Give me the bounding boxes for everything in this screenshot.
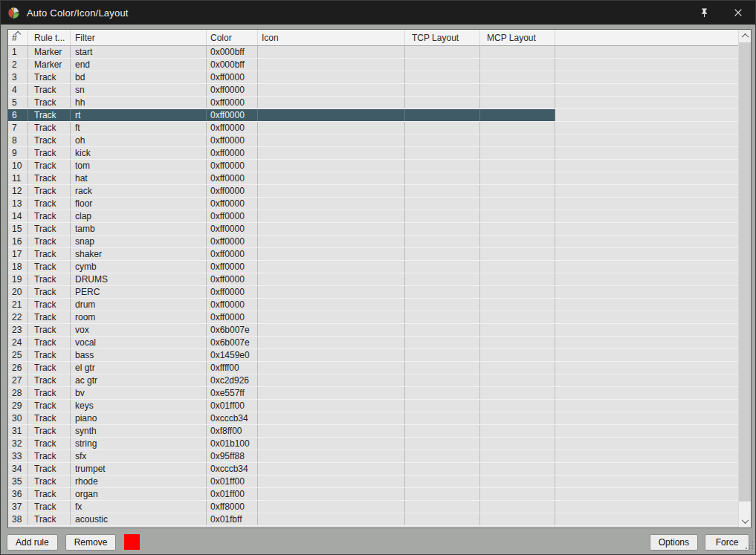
cell-num: 28 (8, 387, 28, 399)
cell-icon (258, 160, 405, 172)
table-row[interactable]: 37Trackfx0xff8000 (8, 501, 738, 513)
cell-num: 21 (8, 299, 28, 311)
cell-mcp (480, 299, 555, 311)
table-row[interactable]: 15Tracktamb0xff0000 (8, 223, 738, 236)
table-row[interactable]: 8Trackoh0xff0000 (8, 134, 738, 147)
table-row[interactable]: 26Trackel gtr0xffff00 (8, 362, 738, 374)
scrollbar-thumb[interactable] (739, 42, 751, 502)
table-row[interactable]: 14Trackclap0xff0000 (8, 210, 738, 223)
table-row[interactable]: 2Markerend0x000bff (8, 59, 738, 71)
column-header-mcp-layout[interactable]: MCP Layout (480, 30, 555, 45)
table-row[interactable]: 22Trackroom0xff0000 (8, 311, 738, 324)
table-row[interactable]: 10Tracktom0xff0000 (8, 160, 738, 172)
table-row[interactable]: 31Tracksynth0xf8ff00 (8, 425, 738, 438)
cell-type: Track (28, 185, 71, 197)
column-header-rule-type[interactable]: Rule t... (28, 30, 71, 45)
table-row[interactable]: 24Trackvocal0x6b007e (8, 337, 738, 349)
scrollbar-down-button[interactable] (739, 515, 751, 528)
cell-tcp (405, 513, 480, 525)
column-header-icon[interactable]: Icon (258, 30, 405, 45)
close-icon[interactable] (721, 1, 755, 25)
cell-icon (258, 349, 405, 361)
table-row[interactable]: 3Trackbd0xff0000 (8, 71, 738, 84)
cell-tcp (405, 236, 480, 247)
cell-color: 0xff8000 (207, 501, 258, 513)
cell-color: 0xf8ff00 (207, 425, 258, 437)
cell-tcp (405, 425, 480, 437)
cell-icon (258, 46, 405, 58)
table-row[interactable]: 20TrackPERC0xff0000 (8, 286, 738, 299)
table-row[interactable]: 38Trackacoustic0x01fbff (8, 513, 738, 526)
cell-tcp (405, 476, 480, 487)
cell-tcp (405, 147, 480, 159)
cell-icon (258, 311, 405, 323)
cell-mcp (480, 286, 555, 298)
cell-filter: clap (71, 210, 207, 222)
cell-mcp (480, 463, 555, 475)
pin-icon[interactable] (687, 1, 721, 25)
cell-tcp (405, 463, 480, 475)
cell-icon (258, 109, 405, 121)
table-row[interactable]: 18Trackcymb0xff0000 (8, 261, 738, 273)
column-header-tcp-layout[interactable]: TCP Layout (405, 30, 480, 45)
cell-type: Track (28, 210, 71, 222)
table-row[interactable]: 21Trackdrum0xff0000 (8, 299, 738, 311)
vertical-scrollbar[interactable] (738, 30, 751, 528)
table-row[interactable]: 29Trackkeys0x01ff00 (8, 400, 738, 412)
cell-mcp (480, 236, 555, 247)
cell-filter: bv (71, 387, 207, 399)
cell-icon (258, 324, 405, 336)
table-row[interactable]: 27Trackac gtr0xc2d926 (8, 374, 738, 387)
table-row[interactable]: 12Trackrack0xff0000 (8, 185, 738, 198)
table-row[interactable]: 5Trackhh0xff0000 (8, 97, 738, 109)
cell-type: Track (28, 463, 71, 475)
table-row[interactable]: 17Trackshaker0xff0000 (8, 248, 738, 261)
cell-type: Track (28, 160, 71, 172)
column-header-color[interactable]: Color (207, 30, 258, 45)
table-row[interactable]: 36Trackorgan0x01ff00 (8, 488, 738, 501)
cell-filler (555, 501, 738, 513)
table-row[interactable]: 16Tracksnap0xff0000 (8, 236, 738, 248)
cell-color: 0x01fbff (207, 513, 258, 525)
options-button[interactable]: Options (650, 534, 698, 551)
rule-color-swatch[interactable] (124, 534, 140, 550)
table-row[interactable]: 33Tracksfx0x95ff88 (8, 450, 738, 463)
table-row[interactable]: 30Trackpiano0xcccb34 (8, 412, 738, 425)
table-row[interactable]: 4Tracksn0xff0000 (8, 84, 738, 97)
scrollbar-track[interactable] (739, 502, 751, 515)
table-row[interactable]: 19TrackDRUMS0xff0000 (8, 273, 738, 286)
cell-filler (555, 122, 738, 134)
table-row[interactable]: 34Tracktrumpet0xcccb34 (8, 463, 738, 476)
table-row[interactable]: 7Trackft0xff0000 (8, 122, 738, 134)
cell-icon (258, 59, 405, 71)
table-row[interactable]: 32Trackstring0x01b100 (8, 438, 738, 450)
cell-icon (258, 261, 405, 273)
column-header-number[interactable]: # (8, 30, 28, 45)
table-row[interactable]: 35Trackrhode0x01ff00 (8, 476, 738, 488)
table-row[interactable]: 25Trackbass0x1459e0 (8, 349, 738, 362)
add-rule-button[interactable]: Add rule (7, 534, 58, 551)
resize-grip-icon[interactable] (744, 539, 754, 553)
table-row[interactable]: 1Markerstart0x000bff (8, 46, 738, 59)
cell-color: 0x000bff (207, 59, 258, 71)
cell-mcp (480, 84, 555, 96)
table-row[interactable]: 6Trackrt0xff0000 (8, 109, 738, 122)
table-row[interactable]: 11Trackhat0xff0000 (8, 172, 738, 185)
cell-num: 23 (8, 324, 28, 336)
force-button[interactable]: Force (705, 534, 749, 551)
cell-tcp (405, 299, 480, 311)
remove-button[interactable]: Remove (65, 534, 117, 551)
table-row[interactable]: 13Trackfloor0xff0000 (8, 198, 738, 210)
cell-filter: sfx (71, 450, 207, 462)
cell-num: 30 (8, 412, 28, 424)
cell-mcp (480, 248, 555, 260)
cell-type: Track (28, 71, 71, 83)
table-row[interactable]: 9Trackkick0xff0000 (8, 147, 738, 160)
scrollbar-up-button[interactable] (739, 30, 751, 42)
table-row[interactable]: 23Trackvox0x6b007e (8, 324, 738, 337)
cell-icon (258, 198, 405, 210)
cell-type: Track (28, 324, 71, 336)
table-row[interactable]: 28Trackbv0xe557ff (8, 387, 738, 400)
cell-tcp (405, 488, 480, 500)
column-header-filter[interactable]: Filter (71, 30, 207, 45)
